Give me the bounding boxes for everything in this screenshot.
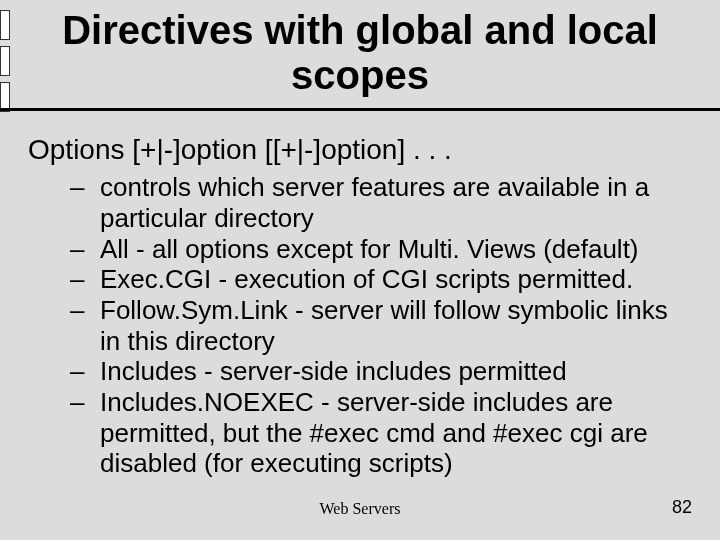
slide-title: Directives with global and local scopes — [0, 6, 720, 111]
list-item: controls which server features are avail… — [70, 172, 692, 233]
list-item: Includes.NOEXEC - server-side includes a… — [70, 387, 692, 479]
list-item: Includes - server-side includes permitte… — [70, 356, 692, 387]
slide: Directives with global and local scopes … — [0, 0, 720, 540]
page-number: 82 — [672, 497, 692, 518]
list-item: All - all options except for Multi. View… — [70, 234, 692, 265]
footer-label: Web Servers — [0, 500, 720, 518]
list-item: Follow.Sym.Link - server will follow sym… — [70, 295, 692, 356]
list-item: Exec.CGI - execution of CGI scripts perm… — [70, 264, 692, 295]
body-heading: Options [+|-]option [[+|-]option] . . . — [28, 134, 692, 166]
bullet-list: controls which server features are avail… — [70, 172, 692, 479]
slide-body: Options [+|-]option [[+|-]option] . . . … — [28, 134, 692, 479]
